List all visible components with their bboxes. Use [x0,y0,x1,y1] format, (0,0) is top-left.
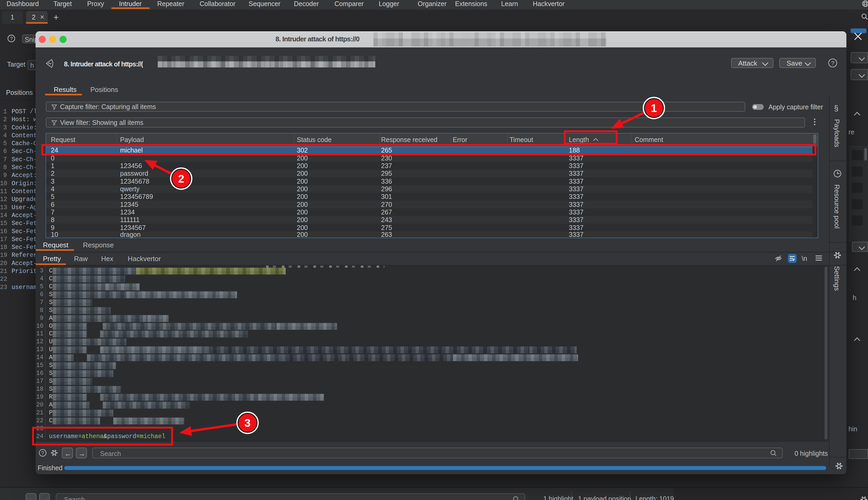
svg-text:?: ? [831,60,834,66]
svg-text:?: ? [41,450,44,456]
svg-text:?: ? [10,36,13,41]
